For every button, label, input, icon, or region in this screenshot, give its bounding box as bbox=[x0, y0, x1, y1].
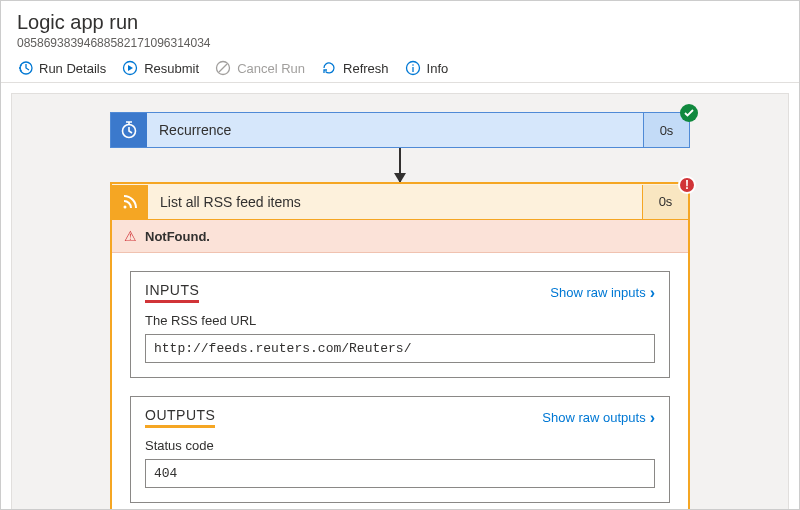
run-details-button[interactable]: Run Details bbox=[17, 60, 106, 76]
error-bar: ⚠ NotFound. bbox=[112, 220, 688, 253]
success-badge bbox=[680, 104, 698, 122]
history-icon bbox=[17, 60, 33, 76]
page-header: Logic app run 08586938394688582171096314… bbox=[1, 1, 799, 56]
chevron-right-icon: › bbox=[650, 284, 655, 302]
show-raw-outputs-link[interactable]: Show raw outputs › bbox=[542, 409, 655, 427]
refresh-button[interactable]: Refresh bbox=[321, 60, 389, 76]
run-id: 08586938394688582171096314034 bbox=[17, 36, 783, 50]
info-button[interactable]: Info bbox=[405, 60, 449, 76]
svg-point-6 bbox=[124, 205, 127, 208]
error-badge: ! bbox=[678, 176, 696, 194]
designer-canvas: Recurrence 0s ! List all RSS feed items … bbox=[11, 93, 789, 510]
step-recurrence-header[interactable]: Recurrence 0s bbox=[110, 112, 690, 148]
outputs-section-label: OUTPUTS bbox=[145, 407, 215, 428]
refresh-icon bbox=[321, 60, 337, 76]
outputs-panel: OUTPUTS Show raw outputs › Status code 4… bbox=[130, 396, 670, 503]
resubmit-icon bbox=[122, 60, 138, 76]
output-field-label: Status code bbox=[145, 438, 655, 453]
svg-point-4 bbox=[412, 64, 414, 66]
toolbar: Run Details Resubmit Cancel Run Refresh … bbox=[1, 56, 799, 83]
page-title: Logic app run bbox=[17, 11, 783, 34]
output-field-value: 404 bbox=[145, 459, 655, 488]
warning-icon: ⚠ bbox=[124, 228, 137, 244]
input-field-value: http://feeds.reuters.com/Reuters/ bbox=[145, 334, 655, 363]
show-raw-inputs-link[interactable]: Show raw inputs › bbox=[550, 284, 655, 302]
step-rss: ! List all RSS feed items 0s ⚠ NotFound.… bbox=[110, 182, 690, 510]
connector-arrow bbox=[399, 148, 401, 182]
cancel-run-button: Cancel Run bbox=[215, 60, 305, 76]
inputs-section-label: INPUTS bbox=[145, 282, 199, 303]
step-recurrence-title: Recurrence bbox=[147, 122, 643, 138]
input-field-label: The RSS feed URL bbox=[145, 313, 655, 328]
resubmit-button[interactable]: Resubmit bbox=[122, 60, 199, 76]
inputs-panel: INPUTS Show raw inputs › The RSS feed UR… bbox=[130, 271, 670, 378]
info-icon bbox=[405, 60, 421, 76]
check-icon bbox=[684, 108, 694, 118]
step-recurrence: Recurrence 0s bbox=[110, 112, 690, 148]
chevron-right-icon: › bbox=[650, 409, 655, 427]
cancel-icon bbox=[215, 60, 231, 76]
step-rss-title: List all RSS feed items bbox=[148, 194, 642, 210]
error-text: NotFound. bbox=[145, 229, 210, 244]
step-rss-header[interactable]: List all RSS feed items 0s bbox=[112, 184, 688, 220]
rss-icon bbox=[112, 185, 148, 219]
clock-icon bbox=[111, 113, 147, 147]
